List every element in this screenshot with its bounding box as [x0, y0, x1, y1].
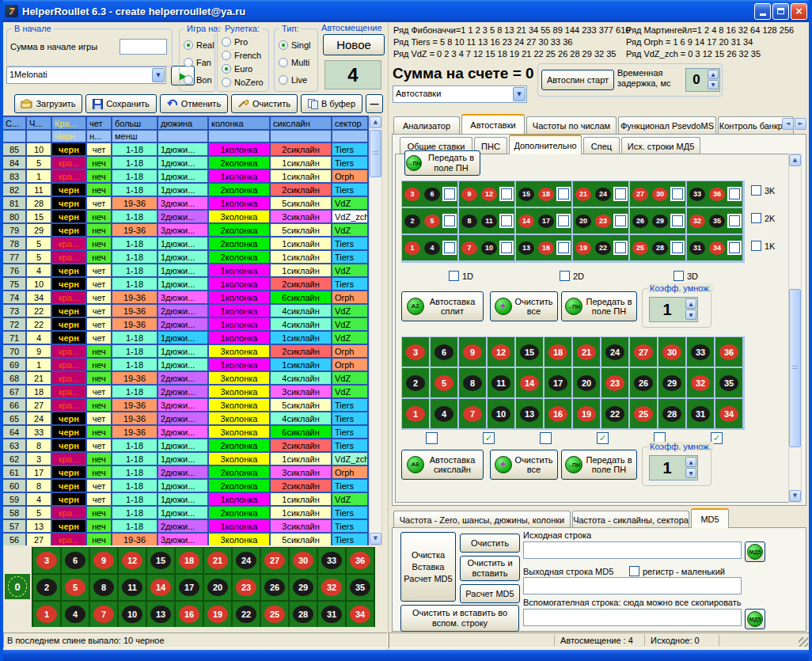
number-chip[interactable]: 34	[709, 241, 725, 255]
number-chip[interactable]: 1	[404, 241, 420, 255]
number-chip[interactable]: 36	[709, 188, 725, 201]
autobet-split-button[interactable]: А2 Автоставка сплит	[401, 291, 484, 321]
tab-частота-zero-шансы-дюжины-колонки[interactable]: Частота - Zero, шансы, дюжины, колонки	[393, 511, 571, 528]
number-chip[interactable]: 20	[575, 215, 591, 228]
board-cell[interactable]: 13	[147, 602, 174, 627]
table-row[interactable]: 8510чернчет1-181дюжи...1колонка2сиклайнT…	[3, 143, 369, 157]
dcheck-1d[interactable]: 1D	[449, 271, 473, 281]
table-row[interactable]: 714чернчет1-181дюжи...1колонка1сиклайнVd…	[3, 332, 369, 345]
board-cell[interactable]: 35	[715, 368, 742, 397]
md5-output-input[interactable]	[523, 577, 742, 595]
table-row[interactable]: 8015черннеч1-182дюжи...3колонка3сиклайнV…	[3, 211, 369, 224]
table-row[interactable]: 785кра...неч1-181дюжи...2колонка1сиклайн…	[3, 237, 369, 251]
board-cell[interactable]: 6	[62, 548, 89, 573]
split-checkbox[interactable]	[444, 188, 455, 199]
new-shift-button[interactable]: Новое	[323, 34, 385, 55]
coeff-spinner[interactable]: 1 ▲▼	[649, 455, 698, 481]
split-checkbox[interactable]	[615, 215, 626, 226]
dcheck-3d[interactable]: 3D	[674, 271, 698, 281]
table-row[interactable]: 845кра...неч1-181дюжи...2колонка1сиклайн…	[3, 157, 369, 170]
number-chip[interactable]: 26	[632, 215, 648, 228]
clear-all-button[interactable]: ✦ Очистить все	[490, 450, 558, 480]
board-cell[interactable]: 1	[402, 399, 429, 428]
table-row[interactable]: 7510чернчет1-181дюжи...1колонка2сиклайнT…	[3, 278, 369, 291]
board-cell[interactable]: 5	[62, 575, 89, 600]
board-cell[interactable]: 36	[347, 548, 374, 573]
number-chip[interactable]: 15	[518, 188, 534, 201]
collapse-button[interactable]: —	[366, 94, 383, 113]
number-chip[interactable]: 28	[652, 241, 668, 255]
board-cell[interactable]: 33	[687, 337, 714, 367]
number-chip[interactable]: 25	[632, 241, 648, 255]
table-row[interactable]: 5627кра...неч19-363дюжи...3колонка5сикла…	[3, 534, 369, 545]
split-checkbox[interactable]	[501, 215, 512, 226]
board-cell[interactable]: 10	[119, 602, 146, 627]
board-cell[interactable]: 4	[431, 399, 457, 428]
board-cell[interactable]: 11	[488, 368, 514, 397]
board-cell[interactable]: 28	[290, 602, 317, 627]
radio-real[interactable]: Real	[184, 40, 214, 50]
table-row[interactable]: 6433черннеч19-363дюжи...3колонка6сиклайн…	[3, 426, 369, 439]
number-chip[interactable]: 12	[481, 188, 497, 201]
spin-down-icon[interactable]: ▼	[685, 468, 696, 478]
tab-автоставки[interactable]: Автоставки	[461, 114, 525, 134]
table-row[interactable]: 709кра...неч1-181дюжи...3колонка2сиклайн…	[3, 345, 369, 359]
autospin-start-button[interactable]: Автоспин старт	[541, 70, 614, 90]
split-checkbox[interactable]	[615, 188, 626, 199]
tabs-scroll-right-icon[interactable]: ►	[795, 118, 806, 130]
board-cell[interactable]: 30	[290, 548, 317, 573]
table-row[interactable]: 7322чернчет19-362дюжи...1колонка4сиклайн…	[3, 305, 369, 318]
board-cell[interactable]: 23	[601, 368, 628, 397]
table-row[interactable]: 6627кра...неч19-363дюжи...3колонка5сикла…	[3, 399, 369, 412]
tab-спец[interactable]: Спец	[583, 137, 620, 154]
md5-aux-clear-paste-button[interactable]: Очистить и вставить во вспом. строку	[400, 605, 519, 632]
board-cell[interactable]: 34	[347, 602, 374, 627]
board-cell[interactable]: 2	[402, 368, 429, 397]
board-cell[interactable]: 19	[573, 399, 600, 428]
radio-bon[interactable]: Bon	[184, 75, 212, 85]
board-cell[interactable]: 5	[431, 368, 457, 397]
table-row[interactable]: 6718кра...чет1-182дюжи...3колонка3сиклай…	[3, 386, 369, 399]
dcheck-2d[interactable]: 2D	[560, 271, 584, 281]
md5-aux-run-button[interactable]: МД5	[745, 609, 765, 629]
board-cell[interactable]: 16	[176, 602, 203, 627]
tab-частоты-по-числам[interactable]: Частоты по числам	[526, 116, 617, 134]
combo-arrow-icon[interactable]: ▼	[513, 87, 526, 101]
board-cell[interactable]: 25	[630, 399, 657, 428]
start-sum-input[interactable]	[120, 39, 167, 55]
table-row[interactable]: 594чернчет1-181дюжи...1колонка1сиклайнVd…	[3, 493, 369, 507]
tab-частота-сиклайны-сектора[interactable]: Частота - сиклайны, сектора	[572, 511, 689, 528]
checkbox[interactable]	[449, 271, 459, 281]
table-row[interactable]: 638чернчет1-181дюжи...2колонка2сиклайнTi…	[3, 439, 369, 453]
number-chip[interactable]: 4	[424, 241, 440, 255]
board-cell[interactable]: 6	[431, 337, 457, 367]
bets-combo[interactable]: Автоставки ▼	[393, 85, 527, 103]
board-cell[interactable]: 9	[90, 548, 117, 573]
board-cell[interactable]: 19	[204, 602, 231, 627]
table-row[interactable]: 691кра...неч1-181дюжи...1колонка1сиклайн…	[3, 359, 369, 372]
close-button[interactable]: ×	[791, 3, 807, 20]
board-cell[interactable]: 29	[290, 575, 317, 600]
md5-clear-paste-button[interactable]: Очистить и вставить	[460, 556, 520, 581]
split-checkbox[interactable]	[729, 215, 740, 226]
preset-combo[interactable]: 1Melonati ▼	[6, 66, 166, 84]
delay-spinner[interactable]: 0 ▲▼	[685, 68, 720, 92]
board-cell[interactable]: 3	[33, 548, 60, 573]
table-row[interactable]: 8211черннеч1-181дюжи...2колонка2сиклайнT…	[3, 184, 369, 197]
board-cell[interactable]: 8	[90, 575, 117, 600]
board-cell[interactable]: 15	[147, 548, 174, 573]
table-row[interactable]: 6524чернчет19-362дюжи...3колонка4сиклайн…	[3, 412, 369, 426]
number-chip[interactable]: 29	[652, 215, 668, 228]
board-cell[interactable]: 13	[516, 399, 543, 428]
split-checkbox[interactable]	[444, 215, 455, 226]
table-row[interactable]: 623кра...неч1-181дюжи...3колонка1сиклайн…	[3, 453, 369, 466]
board-cell[interactable]: 31	[318, 602, 345, 627]
table-row[interactable]: 608чернчет1-181дюжи...2колонка2сиклайнTi…	[3, 480, 369, 493]
board-cell[interactable]: 7	[90, 602, 117, 627]
table-row[interactable]: 7222чернчет19-362дюжи...1колонка4сиклайн…	[3, 318, 369, 332]
spin-up-icon[interactable]: ▲	[708, 70, 719, 79]
split-checkbox[interactable]	[672, 215, 683, 226]
autobet-sixline-button[interactable]: А6 Автоставка сикслайн	[401, 450, 484, 480]
board-cell[interactable]: 30	[658, 337, 685, 367]
md5-run-button[interactable]: МД5	[745, 541, 765, 562]
